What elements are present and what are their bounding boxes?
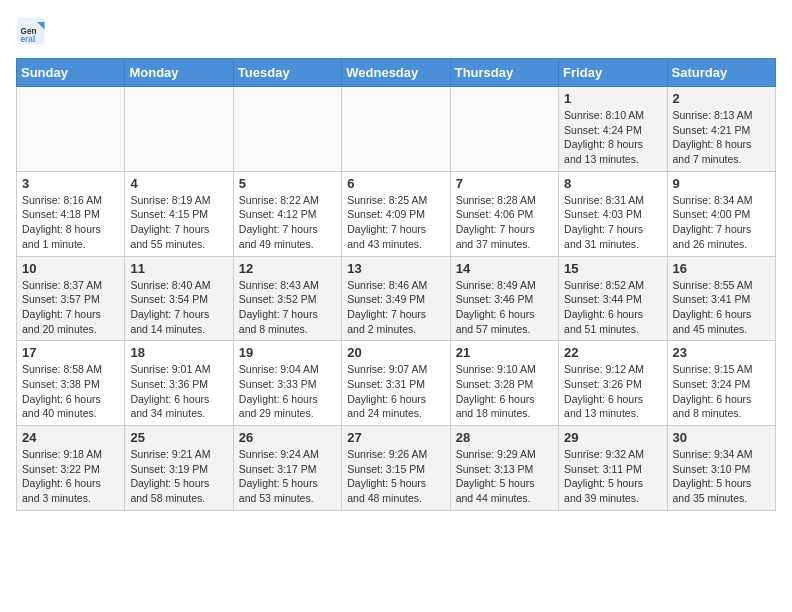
day-info: Sunrise: 9:34 AM Sunset: 3:10 PM Dayligh… (673, 447, 770, 506)
calendar-header-row: SundayMondayTuesdayWednesdayThursdayFrid… (17, 59, 776, 87)
day-number: 9 (673, 176, 770, 191)
day-info: Sunrise: 8:55 AM Sunset: 3:41 PM Dayligh… (673, 278, 770, 337)
day-number: 29 (564, 430, 661, 445)
day-number: 6 (347, 176, 444, 191)
day-info: Sunrise: 8:31 AM Sunset: 4:03 PM Dayligh… (564, 193, 661, 252)
day-info: Sunrise: 8:25 AM Sunset: 4:09 PM Dayligh… (347, 193, 444, 252)
day-number: 30 (673, 430, 770, 445)
calendar-cell: 23Sunrise: 9:15 AM Sunset: 3:24 PM Dayli… (667, 341, 775, 426)
calendar-cell: 13Sunrise: 8:46 AM Sunset: 3:49 PM Dayli… (342, 256, 450, 341)
calendar-cell: 4Sunrise: 8:19 AM Sunset: 4:15 PM Daylig… (125, 171, 233, 256)
day-info: Sunrise: 8:49 AM Sunset: 3:46 PM Dayligh… (456, 278, 553, 337)
day-info: Sunrise: 9:04 AM Sunset: 3:33 PM Dayligh… (239, 362, 336, 421)
calendar-cell: 16Sunrise: 8:55 AM Sunset: 3:41 PM Dayli… (667, 256, 775, 341)
calendar-cell: 15Sunrise: 8:52 AM Sunset: 3:44 PM Dayli… (559, 256, 667, 341)
day-number: 5 (239, 176, 336, 191)
calendar-cell: 11Sunrise: 8:40 AM Sunset: 3:54 PM Dayli… (125, 256, 233, 341)
day-number: 19 (239, 345, 336, 360)
day-info: Sunrise: 9:18 AM Sunset: 3:22 PM Dayligh… (22, 447, 119, 506)
calendar-cell (17, 87, 125, 172)
day-number: 17 (22, 345, 119, 360)
header-saturday: Saturday (667, 59, 775, 87)
day-number: 7 (456, 176, 553, 191)
day-info: Sunrise: 9:24 AM Sunset: 3:17 PM Dayligh… (239, 447, 336, 506)
calendar-cell (125, 87, 233, 172)
calendar-cell: 9Sunrise: 8:34 AM Sunset: 4:00 PM Daylig… (667, 171, 775, 256)
calendar-cell: 28Sunrise: 9:29 AM Sunset: 3:13 PM Dayli… (450, 426, 558, 511)
calendar-cell: 5Sunrise: 8:22 AM Sunset: 4:12 PM Daylig… (233, 171, 341, 256)
day-info: Sunrise: 8:10 AM Sunset: 4:24 PM Dayligh… (564, 108, 661, 167)
calendar-cell (342, 87, 450, 172)
svg-text:eral: eral (21, 35, 36, 44)
calendar-cell: 30Sunrise: 9:34 AM Sunset: 3:10 PM Dayli… (667, 426, 775, 511)
calendar-week-0: 1Sunrise: 8:10 AM Sunset: 4:24 PM Daylig… (17, 87, 776, 172)
calendar-cell: 19Sunrise: 9:04 AM Sunset: 3:33 PM Dayli… (233, 341, 341, 426)
day-number: 15 (564, 261, 661, 276)
header-sunday: Sunday (17, 59, 125, 87)
day-info: Sunrise: 8:13 AM Sunset: 4:21 PM Dayligh… (673, 108, 770, 167)
calendar-week-1: 3Sunrise: 8:16 AM Sunset: 4:18 PM Daylig… (17, 171, 776, 256)
day-info: Sunrise: 9:07 AM Sunset: 3:31 PM Dayligh… (347, 362, 444, 421)
calendar-cell: 20Sunrise: 9:07 AM Sunset: 3:31 PM Dayli… (342, 341, 450, 426)
header-thursday: Thursday (450, 59, 558, 87)
calendar-table: SundayMondayTuesdayWednesdayThursdayFrid… (16, 58, 776, 511)
header-wednesday: Wednesday (342, 59, 450, 87)
day-number: 18 (130, 345, 227, 360)
calendar-week-2: 10Sunrise: 8:37 AM Sunset: 3:57 PM Dayli… (17, 256, 776, 341)
day-info: Sunrise: 9:21 AM Sunset: 3:19 PM Dayligh… (130, 447, 227, 506)
calendar-cell: 17Sunrise: 8:58 AM Sunset: 3:38 PM Dayli… (17, 341, 125, 426)
day-number: 16 (673, 261, 770, 276)
day-info: Sunrise: 8:46 AM Sunset: 3:49 PM Dayligh… (347, 278, 444, 337)
day-info: Sunrise: 8:43 AM Sunset: 3:52 PM Dayligh… (239, 278, 336, 337)
day-info: Sunrise: 9:29 AM Sunset: 3:13 PM Dayligh… (456, 447, 553, 506)
day-info: Sunrise: 9:10 AM Sunset: 3:28 PM Dayligh… (456, 362, 553, 421)
day-number: 11 (130, 261, 227, 276)
day-number: 23 (673, 345, 770, 360)
day-number: 4 (130, 176, 227, 191)
day-info: Sunrise: 9:15 AM Sunset: 3:24 PM Dayligh… (673, 362, 770, 421)
day-number: 24 (22, 430, 119, 445)
calendar-cell: 12Sunrise: 8:43 AM Sunset: 3:52 PM Dayli… (233, 256, 341, 341)
day-info: Sunrise: 8:37 AM Sunset: 3:57 PM Dayligh… (22, 278, 119, 337)
day-number: 12 (239, 261, 336, 276)
day-info: Sunrise: 9:12 AM Sunset: 3:26 PM Dayligh… (564, 362, 661, 421)
day-number: 13 (347, 261, 444, 276)
calendar-cell: 18Sunrise: 9:01 AM Sunset: 3:36 PM Dayli… (125, 341, 233, 426)
calendar-cell: 1Sunrise: 8:10 AM Sunset: 4:24 PM Daylig… (559, 87, 667, 172)
day-info: Sunrise: 8:52 AM Sunset: 3:44 PM Dayligh… (564, 278, 661, 337)
day-number: 22 (564, 345, 661, 360)
day-number: 27 (347, 430, 444, 445)
calendar-week-4: 24Sunrise: 9:18 AM Sunset: 3:22 PM Dayli… (17, 426, 776, 511)
logo-icon: Gen eral (16, 16, 46, 46)
calendar-cell: 7Sunrise: 8:28 AM Sunset: 4:06 PM Daylig… (450, 171, 558, 256)
calendar-cell: 6Sunrise: 8:25 AM Sunset: 4:09 PM Daylig… (342, 171, 450, 256)
day-number: 25 (130, 430, 227, 445)
day-info: Sunrise: 9:26 AM Sunset: 3:15 PM Dayligh… (347, 447, 444, 506)
day-info: Sunrise: 9:32 AM Sunset: 3:11 PM Dayligh… (564, 447, 661, 506)
calendar-cell: 27Sunrise: 9:26 AM Sunset: 3:15 PM Dayli… (342, 426, 450, 511)
calendar-cell (450, 87, 558, 172)
day-info: Sunrise: 9:01 AM Sunset: 3:36 PM Dayligh… (130, 362, 227, 421)
day-info: Sunrise: 8:19 AM Sunset: 4:15 PM Dayligh… (130, 193, 227, 252)
calendar-cell (233, 87, 341, 172)
calendar-cell: 2Sunrise: 8:13 AM Sunset: 4:21 PM Daylig… (667, 87, 775, 172)
day-info: Sunrise: 8:34 AM Sunset: 4:00 PM Dayligh… (673, 193, 770, 252)
calendar-cell: 8Sunrise: 8:31 AM Sunset: 4:03 PM Daylig… (559, 171, 667, 256)
calendar-cell: 29Sunrise: 9:32 AM Sunset: 3:11 PM Dayli… (559, 426, 667, 511)
day-number: 2 (673, 91, 770, 106)
day-number: 3 (22, 176, 119, 191)
day-number: 21 (456, 345, 553, 360)
day-info: Sunrise: 8:28 AM Sunset: 4:06 PM Dayligh… (456, 193, 553, 252)
header: Gen eral (16, 16, 776, 46)
calendar-cell: 14Sunrise: 8:49 AM Sunset: 3:46 PM Dayli… (450, 256, 558, 341)
calendar-week-3: 17Sunrise: 8:58 AM Sunset: 3:38 PM Dayli… (17, 341, 776, 426)
day-info: Sunrise: 8:22 AM Sunset: 4:12 PM Dayligh… (239, 193, 336, 252)
header-tuesday: Tuesday (233, 59, 341, 87)
day-number: 20 (347, 345, 444, 360)
day-number: 1 (564, 91, 661, 106)
day-number: 8 (564, 176, 661, 191)
day-number: 28 (456, 430, 553, 445)
calendar-cell: 26Sunrise: 9:24 AM Sunset: 3:17 PM Dayli… (233, 426, 341, 511)
calendar-cell: 10Sunrise: 8:37 AM Sunset: 3:57 PM Dayli… (17, 256, 125, 341)
calendar-cell: 24Sunrise: 9:18 AM Sunset: 3:22 PM Dayli… (17, 426, 125, 511)
